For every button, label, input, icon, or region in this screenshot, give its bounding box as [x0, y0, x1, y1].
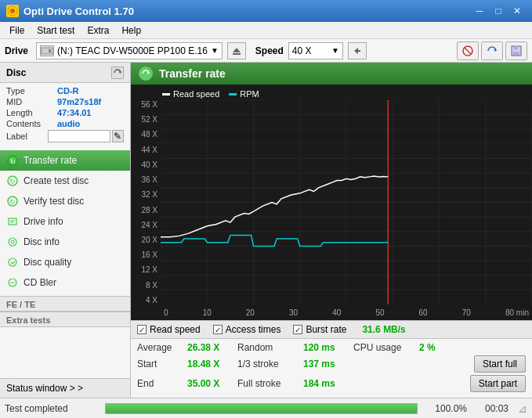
refresh-button[interactable] — [481, 41, 503, 60]
svg-text:↻: ↻ — [9, 178, 16, 186]
nav-transfer-rate-label: Transfer rate — [24, 155, 77, 166]
x-label-20: 20 — [246, 308, 255, 317]
average-label: Average — [137, 342, 184, 353]
end-label: End — [137, 378, 184, 389]
y-label-4: 4 X — [146, 296, 157, 304]
svg-marker-9 — [494, 49, 496, 52]
options-row: Read speed Access times Burst rate 31.6 … — [131, 320, 532, 339]
random-label: Random — [237, 342, 300, 353]
label-edit-button[interactable]: ✎ — [112, 130, 124, 142]
x-label-80min: 80 min — [505, 308, 529, 317]
extra-tests-section[interactable]: Extra tests — [0, 312, 130, 327]
drive-info-icon — [6, 215, 19, 228]
menu-extra[interactable]: Extra — [81, 23, 115, 38]
save-button[interactable] — [505, 41, 527, 60]
drive-icon — [40, 45, 54, 56]
minimize-button[interactable]: ─ — [471, 3, 488, 19]
svg-rect-5 — [233, 53, 241, 55]
start-part-button[interactable]: Start part — [470, 375, 526, 392]
progress-text: 100.0% — [424, 403, 467, 414]
nav-cd-bler-label: CD Bler — [24, 277, 56, 288]
status-window-label: Status window > > — [6, 383, 83, 394]
disc-refresh-button[interactable] — [111, 67, 124, 79]
option-burst-rate: Burst rate — [293, 324, 346, 335]
maximize-button[interactable]: □ — [490, 3, 507, 19]
speed-apply-button[interactable] — [348, 42, 367, 59]
close-button[interactable]: ✕ — [508, 3, 526, 19]
nav-cd-bler[interactable]: CD Bler — [0, 272, 130, 293]
nav-verify-test-disc[interactable]: ↻ Verify test disc — [0, 191, 130, 211]
y-label-24: 24 X — [141, 221, 157, 229]
status-window-button[interactable]: Status window > > — [0, 378, 130, 398]
progress-bar — [105, 403, 418, 414]
access-times-option-label: Access times — [226, 324, 281, 335]
legend-rpm: RPM — [229, 89, 259, 99]
svg-rect-3 — [49, 49, 51, 52]
nav-disc-info[interactable]: Disc info — [0, 232, 130, 252]
nav-drive-info[interactable]: Drive info — [0, 211, 130, 232]
app-icon — [6, 5, 19, 17]
burst-rate-checkbox[interactable] — [293, 325, 302, 334]
start-full-button[interactable]: Start full — [474, 355, 526, 373]
menu-help[interactable]: Help — [115, 23, 147, 38]
stats-end-row: End 35.00 X Full stroke 184 ms Start par… — [137, 375, 526, 392]
label-input[interactable] — [48, 130, 110, 142]
stats-start-row: Start 18.48 X 1/3 stroke 137 ms Start fu… — [137, 355, 526, 373]
start-label: Start — [137, 359, 184, 369]
drive-dropdown[interactable]: (N:) TEAC DV-W5000E PP100 E.16 ▼ — [36, 42, 223, 59]
y-label-32: 32 X — [141, 190, 157, 199]
x-label-60: 60 — [419, 308, 428, 317]
disc-mid-row: MID 97m27s18f — [6, 97, 124, 106]
drive-eject-button[interactable] — [227, 42, 246, 59]
average-value: 26.38 X — [187, 342, 234, 353]
legend-read-speed-dot — [162, 93, 170, 95]
svg-rect-20 — [9, 218, 16, 225]
disc-contents-value: audio — [57, 119, 80, 128]
disc-type-value: CD-R — [57, 86, 79, 95]
window-title: Opti Drive Control 1.70 — [24, 5, 134, 17]
drive-value: (N:) TEAC DV-W5000E PP100 E.16 — [57, 45, 208, 56]
access-times-checkbox[interactable] — [213, 325, 223, 334]
fe-te-section[interactable]: FE / TE — [0, 296, 130, 312]
legend-rpm-dot — [229, 93, 237, 95]
erase-button[interactable] — [457, 41, 479, 60]
legend-rpm-label: RPM — [240, 89, 259, 99]
nav-transfer-rate[interactable]: ↻ Transfer rate — [0, 150, 130, 171]
transfer-rate-header: Transfer rate — [131, 63, 532, 85]
sidebar-nav: ↻ Transfer rate ↻ Create test disc ↻ Ver… — [0, 147, 130, 296]
nav-verify-test-disc-label: Verify test disc — [24, 196, 84, 207]
full-stroke-label: Full stroke — [237, 378, 300, 389]
transfer-rate-header-icon — [139, 67, 153, 81]
burst-rate-value: 31.6 MB/s — [362, 324, 405, 335]
svg-text:↻: ↻ — [10, 158, 16, 165]
nav-disc-quality[interactable]: Disc quality — [0, 252, 130, 272]
cpu-usage-label: CPU usage — [353, 342, 416, 353]
speed-dropdown[interactable]: 40 X ▼ — [288, 42, 343, 59]
y-label-12: 12 X — [141, 265, 157, 274]
y-label-20: 20 X — [141, 236, 157, 244]
transfer-rate-icon: ↻ — [6, 154, 19, 167]
progress-bar-fill — [106, 404, 417, 413]
svg-point-23 — [9, 238, 16, 246]
y-label-48: 48 X — [141, 130, 157, 139]
svg-point-25 — [9, 258, 16, 266]
x-label-10: 10 — [203, 308, 212, 317]
fe-te-label: FE / TE — [6, 300, 35, 309]
y-label-28: 28 X — [141, 206, 157, 214]
svg-marker-6 — [354, 48, 360, 54]
speed-label: Speed — [255, 45, 284, 56]
read-speed-checkbox[interactable] — [137, 325, 147, 334]
drive-dropdown-arrow: ▼ — [211, 46, 219, 55]
menu-start-test[interactable]: Start test — [31, 23, 81, 38]
status-text: Test completed — [5, 403, 99, 414]
disc-length-row: Length 47:34.01 — [6, 108, 124, 117]
disc-label-label: Label — [6, 132, 48, 141]
svg-rect-11 — [513, 52, 519, 55]
menu-file[interactable]: File — [3, 23, 31, 38]
legend-read-speed-label: Read speed — [173, 89, 219, 99]
x-label-0: 0 — [164, 308, 168, 317]
x-label-30: 30 — [289, 308, 298, 317]
nav-create-test-disc[interactable]: ↻ Create test disc — [0, 171, 130, 191]
disc-contents-label: Contents — [6, 119, 57, 128]
main-layout: Disc Type CD-R MID 97m27s18f Length 47:3… — [0, 63, 532, 398]
